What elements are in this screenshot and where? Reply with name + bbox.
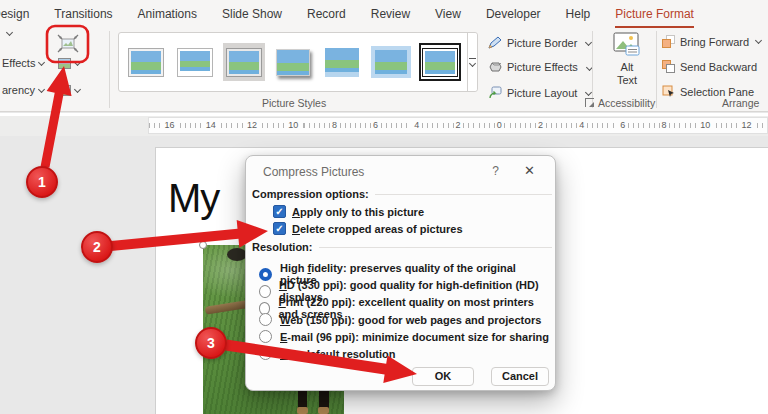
compress-pictures-dialog: Compress Pictures ? ✕ Compression option…: [245, 155, 556, 391]
checkbox-apply-only[interactable]: ✓ Apply only to this picture: [273, 205, 424, 218]
chevron-down-icon: [74, 86, 81, 93]
compression-options-label: Compression options:: [252, 188, 369, 200]
alt-text-button[interactable]: AltText: [602, 32, 652, 94]
ribbon-tab-bar: Design Transitions Animations Slide Show…: [0, 0, 768, 28]
picture-effects-button[interactable]: Picture Effects: [488, 61, 592, 73]
dialog-launcher-icon[interactable]: [585, 98, 594, 107]
photo-dog-body: [227, 248, 247, 261]
radio-email-label: E-mail (96 ppi): minimize document size …: [280, 331, 549, 343]
radio-icon: [259, 347, 272, 360]
checkbox-checked-icon: ✓: [273, 222, 286, 235]
transparency-button[interactable]: arency: [2, 84, 44, 96]
tab-record[interactable]: Record: [307, 1, 346, 28]
tab-view[interactable]: View: [435, 1, 461, 28]
tab-developer[interactable]: Developer: [486, 1, 541, 28]
layout-shape-icon: [488, 86, 502, 99]
picture-styles-group-label: Picture Styles: [262, 97, 326, 109]
picture-style-metal-frame[interactable]: [223, 43, 265, 81]
checkbox-delete-cropped[interactable]: ✓ Delete cropped areas of pictures: [273, 222, 463, 235]
picture-styles-gallery: [118, 32, 478, 92]
send-backward-button[interactable]: Send Backward: [662, 60, 757, 73]
picture-border-button[interactable]: Picture Border: [488, 36, 591, 49]
arrange-group-label: Arrange: [722, 97, 759, 109]
selection-pane-label: Selection Pane: [680, 86, 754, 98]
compression-options-section: Compression options:: [252, 188, 552, 200]
radio-default-resolution[interactable]: Use default resolution: [259, 347, 396, 360]
send-backward-icon: [662, 60, 675, 73]
alt-text-icon: [612, 32, 642, 58]
change-picture-button[interactable]: [58, 57, 80, 69]
radio-icon: [259, 313, 272, 326]
compress-pictures-button[interactable]: [52, 28, 84, 58]
picture-style-moderate-frame[interactable]: [419, 43, 461, 81]
resolution-label: Resolution:: [252, 241, 313, 253]
group-separator: [656, 31, 657, 108]
picture-layout-label: Picture Layout: [507, 87, 577, 99]
chevron-down-icon: [38, 86, 45, 93]
tab-transitions[interactable]: Transitions: [54, 1, 112, 28]
picture-style-soft-edge[interactable]: [370, 43, 412, 81]
picture-side-handle[interactable]: [198, 343, 206, 351]
landscape-thumbnail-icon: [423, 49, 457, 76]
bring-forward-icon: [662, 35, 675, 48]
chevron-down-icon: [74, 59, 81, 66]
chevron-down-icon: [469, 60, 476, 67]
group-separator: [592, 31, 593, 108]
radio-default-resolution-label: Use default resolution: [280, 348, 396, 360]
picture-style-beveled-matte[interactable]: [174, 43, 216, 81]
landscape-thumbnail-icon: [178, 49, 212, 76]
chevron-down-icon: [38, 59, 45, 66]
checkbox-delete-cropped-label: Delete cropped areas of pictures: [292, 223, 463, 235]
picture-style-reflected[interactable]: [321, 43, 363, 81]
slide-title-text[interactable]: My: [168, 176, 219, 221]
artistic-effects-label: Effects: [2, 57, 35, 69]
landscape-thumbnail-icon: [227, 49, 261, 76]
accessibility-group-label: Accessibility: [598, 97, 655, 109]
group-separator: [109, 31, 110, 108]
checkbox-apply-only-label: Apply only to this picture: [292, 206, 424, 218]
bring-forward-label: Bring Forward: [680, 36, 749, 48]
tab-slide-show[interactable]: Slide Show: [222, 1, 282, 28]
picture-border-label: Picture Border: [507, 37, 577, 49]
tab-design[interactable]: Design: [0, 1, 29, 28]
gallery-more-icon: [469, 58, 476, 59]
pencil-border-icon: [488, 36, 502, 49]
landscape-thumbnail-icon: [375, 50, 407, 74]
tab-help[interactable]: Help: [566, 1, 591, 28]
dialog-title: Compress Pictures: [263, 165, 364, 179]
selection-pane-icon: [662, 85, 675, 98]
radio-icon: [259, 330, 272, 343]
artistic-effects-button[interactable]: Effects: [2, 57, 44, 69]
radio-web[interactable]: Web (150 ppi): good for web pages and pr…: [259, 313, 541, 326]
change-picture-icon: [58, 58, 71, 69]
help-icon[interactable]: ?: [492, 164, 499, 178]
close-icon[interactable]: ✕: [524, 163, 535, 178]
picture-style-drop-shadow[interactable]: [272, 43, 314, 81]
reset-picture-icon: [58, 85, 71, 96]
picture-style-simple-frame[interactable]: [125, 43, 167, 81]
radio-email[interactable]: E-mail (96 ppi): minimize document size …: [259, 330, 549, 343]
resolution-section: Resolution:: [252, 241, 552, 253]
horizontal-ruler[interactable]: 1614 1210 86 42 02 46 810 12: [148, 117, 768, 134]
gallery-more-button[interactable]: [467, 33, 477, 91]
landscape-thumbnail-icon: [129, 49, 163, 76]
alt-text-label-line2: Text: [617, 74, 637, 87]
picture-layout-button[interactable]: Picture Layout: [488, 86, 591, 99]
transparency-label: arency: [2, 84, 35, 96]
picture-corner-handle[interactable]: [199, 241, 207, 249]
tab-picture-format[interactable]: Picture Format: [615, 1, 694, 28]
bring-forward-button[interactable]: Bring Forward: [662, 35, 749, 48]
tab-review[interactable]: Review: [371, 1, 410, 28]
alt-text-label-line1: Alt: [617, 61, 637, 74]
photo-dog-leg: [298, 389, 307, 414]
landscape-thumbnail-icon: [276, 49, 310, 76]
ok-button[interactable]: OK: [412, 367, 474, 386]
ruler-numbers: 1614 1210 86 42 02 46 810 12: [149, 118, 767, 133]
reset-picture-button[interactable]: [58, 84, 80, 96]
landscape-thumbnail-icon: [325, 48, 359, 72]
cancel-button[interactable]: Cancel: [491, 367, 549, 386]
checkbox-checked-icon: ✓: [273, 205, 286, 218]
tab-animations[interactable]: Animations: [138, 1, 197, 28]
effects-shape-icon: [488, 61, 502, 73]
send-backward-label: Send Backward: [680, 61, 757, 73]
